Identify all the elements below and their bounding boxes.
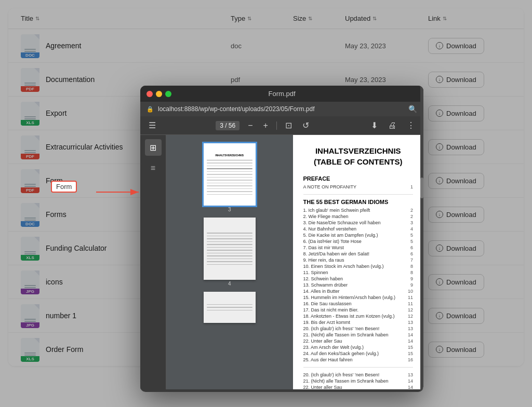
pdf-sidebar-panel: ⊞ ≡ xyxy=(140,135,166,389)
window-controls xyxy=(147,91,171,97)
toc-item: 25. Aus der Haut fahren16 xyxy=(303,357,414,363)
toc-item: 1. Ich glaub' mein Schwein pfeift2 xyxy=(303,207,414,213)
page-indicator: 3 / 56 xyxy=(216,121,240,130)
outline-view-button[interactable]: ≡ xyxy=(145,160,162,177)
toc-item: 19. Bis der Arzt kommt13 xyxy=(303,319,414,325)
toc-items-container: 1. Ich glaub' mein Schwein pfeift22. Wie… xyxy=(303,207,414,363)
toc-item-bottom: 22. Unter aller Sau14 xyxy=(303,384,414,389)
pdf-viewer-modal: Form.pdf 🔒 localhost:8888/wp/wp-content/… xyxy=(140,86,423,392)
toolbar-separator xyxy=(276,121,277,130)
toc-item: 15. Hummeln im Hintern/Arsch haben (vulg… xyxy=(303,294,414,301)
pdf-url[interactable]: localhost:8888/wp/wp-content/uploads/202… xyxy=(158,105,404,113)
form-annotation-label: Form xyxy=(51,181,77,193)
toc-item: 20. (Ich glaub') ich fress' 'nen Besen!1… xyxy=(303,325,414,332)
toc-item: 21. (Nicht) alle Tassen im Schrank haben… xyxy=(303,332,414,338)
page-3-number: 3 xyxy=(204,206,256,213)
toc-item: 18. Ankotzten - Etwas ist zum Kotzen (vu… xyxy=(303,313,414,319)
preface-label: PREFACE xyxy=(303,175,414,182)
toc-item: 24. Auf den Keks/Sack gehen (vulg.)15 xyxy=(303,350,414,357)
more-options-button[interactable]: ⋮ xyxy=(405,119,417,131)
page-thumb-5[interactable] xyxy=(204,292,256,323)
maximize-window-button[interactable] xyxy=(165,91,171,97)
page-thumb-3[interactable]: INHALTSVERZEICHNIS xyxy=(204,143,256,213)
page-thumb-4[interactable]: 4 xyxy=(204,218,256,288)
pdf-toolbar: ☰ 3 / 56 − + ⊡ ↺ ⬇ 🖨 ⋮ xyxy=(140,116,423,135)
pdf-scrollbar[interactable] xyxy=(420,135,423,389)
toc-item: 7. Das ist mir Wurst6 xyxy=(303,245,414,251)
toc-item: 10. Einen Stock im Arsch haben (vulg.)8 xyxy=(303,263,414,269)
zoom-in-button[interactable]: + xyxy=(261,120,270,131)
toc-item: 2. Wie Fliege machen2 xyxy=(303,213,414,220)
toc-item: 12. Schwein haben9 xyxy=(303,276,414,282)
close-window-button[interactable] xyxy=(147,91,153,97)
download-pdf-button[interactable]: ⬇ xyxy=(369,119,380,131)
toc-item-bottom: 21. (Nicht) alle Tassen im Schrank haben… xyxy=(303,378,414,384)
bottom-toc-container: 20. (Ich glaub') ich fress' 'nen Besen!1… xyxy=(303,372,414,389)
toc-item: 11. Spinnen8 xyxy=(303,269,414,276)
scrollbar-thumb[interactable] xyxy=(420,178,423,198)
pdf-doc-title: INHALTSVERZEICHNIS(TABLE OF CONTENTS) xyxy=(303,145,414,167)
toc-preface: A NOTE ON PROFANITY 1 xyxy=(303,184,414,190)
pdf-divider xyxy=(303,194,414,195)
toc-item: 8. Jetzt/Da haben wir den Salat!6 xyxy=(303,251,414,257)
rotate-button[interactable]: ↺ xyxy=(300,119,311,131)
pdf-page-thumbnails[interactable]: INHALTSVERZEICHNIS xyxy=(166,135,293,389)
page-4-number: 4 xyxy=(204,280,256,288)
pdf-content: ⊞ ≡ INHALTSVERZEICHNIS xyxy=(140,135,423,389)
toc-item: 3. Die Nase/Die Schnauze voll haben3 xyxy=(303,220,414,226)
pdf-modal-overlay[interactable]: Form.pdf 🔒 localhost:8888/wp/wp-content/… xyxy=(0,0,532,407)
toc-item: 22. Unter aller Sau14 xyxy=(303,338,414,344)
address-search-icon[interactable]: 🔍 xyxy=(408,105,417,113)
pdf-main-content[interactable]: INHALTSVERZEICHNIS(TABLE OF CONTENTS) PR… xyxy=(293,135,424,389)
minimize-window-button[interactable] xyxy=(156,91,162,97)
thumb-title: INHALTSVERZEICHNIS xyxy=(207,154,252,157)
toc-item: 16. Die Sau rauslassen11 xyxy=(303,301,414,307)
pdf-address-bar: 🔒 localhost:8888/wp/wp-content/uploads/2… xyxy=(140,102,423,116)
toc-item: 13. Schwamm drüber9 xyxy=(303,282,414,288)
toc-item: 6. (Da ist/Hier ist) Tote Hose5 xyxy=(303,238,414,245)
pdf-title-bar: Form.pdf xyxy=(140,86,423,102)
toc-item: 17. Das ist nicht mein Bier.12 xyxy=(303,307,414,313)
address-lock-icon: 🔒 xyxy=(147,106,154,113)
print-button[interactable]: 🖨 xyxy=(386,120,398,131)
toc-item-bottom: 20. (Ich glaub') ich fress' 'nen Besen!1… xyxy=(303,372,414,378)
pdf-modal-title: Form.pdf xyxy=(268,90,295,98)
menu-icon[interactable]: ☰ xyxy=(147,119,158,131)
toc-item: 14. Alles in Butter10 xyxy=(303,288,414,294)
toc-item: 23. Am Arsch der Welt (vulg.)15 xyxy=(303,344,414,350)
toc-item: 4. Nur Bahnhof verstehen4 xyxy=(303,226,414,232)
section-label: THE 55 BEST GERMAN IDIOMS xyxy=(303,199,414,205)
fit-page-button[interactable]: ⊡ xyxy=(283,119,294,131)
toc-item: 5. Die Kacke ist am Dampfen (vulg.)5 xyxy=(303,232,414,238)
zoom-out-button[interactable]: − xyxy=(246,120,255,131)
toc-item: 9. Hier rein, da raus7 xyxy=(303,257,414,263)
thumbnail-view-button[interactable]: ⊞ xyxy=(145,139,162,156)
